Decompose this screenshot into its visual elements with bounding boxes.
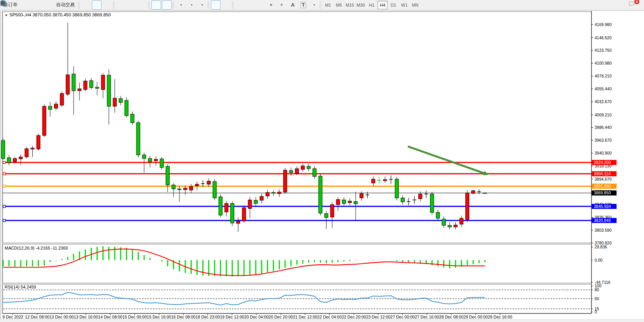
candle-body: [348, 201, 351, 202]
timeframe-button-H4[interactable]: H4: [377, 1, 388, 9]
toolbar-separator: [209, 1, 209, 9]
timeframe-button-D1[interactable]: D1: [388, 1, 398, 9]
candle-body: [330, 205, 334, 217]
zoom-out-icon[interactable]: [127, 0, 137, 10]
candle-body: [442, 219, 446, 225]
candle-body: [319, 176, 322, 213]
signal-icon[interactable]: [42, 0, 51, 10]
price-line-label-text: 3820.845: [594, 218, 611, 223]
candle-body: [242, 208, 246, 221]
candle-body: [195, 184, 199, 186]
candle-body: [84, 81, 87, 90]
line-handle[interactable]: [3, 172, 5, 175]
channel-tool-icon[interactable]: E: [267, 0, 277, 10]
price-tick-label: 4078.210: [595, 74, 612, 78]
fibonacci-tool-icon[interactable]: F: [277, 0, 287, 10]
candle-body: [66, 75, 70, 94]
candle-body: [42, 106, 46, 135]
trendline-tool-icon[interactable]: [256, 0, 266, 10]
toolbar-separator: [79, 1, 79, 9]
candle-body: [336, 199, 340, 204]
price-tick-label: 4169.980: [595, 22, 612, 27]
time-tick-label: 27 Dec 00:00: [390, 315, 415, 319]
candle-body: [25, 149, 28, 157]
cursor-tool-icon[interactable]: [211, 0, 221, 10]
bar-chart-icon[interactable]: [81, 0, 91, 10]
candle-body: [237, 221, 240, 223]
line-chart-icon[interactable]: [102, 0, 112, 10]
timeframe-button-W1[interactable]: W1: [399, 1, 409, 9]
price-tick-label: 4146.520: [595, 35, 612, 40]
auto-scroll-icon[interactable]: [151, 0, 161, 10]
dropdown-icon: ▾: [201, 3, 203, 7]
candle-body: [225, 203, 228, 212]
periods-clock-icon[interactable]: ▾: [186, 0, 196, 10]
tile-windows-icon[interactable]: [137, 0, 147, 10]
line-handle[interactable]: [3, 219, 5, 222]
toolbar-separator: [233, 1, 233, 9]
candle-body: [248, 200, 252, 208]
candle-body: [448, 225, 451, 227]
timeframe-button-M1[interactable]: M1: [323, 1, 333, 9]
text-tool-icon[interactable]: A: [288, 0, 298, 10]
indicators-icon[interactable]: ▾: [176, 0, 186, 10]
vertical-line-tool-icon[interactable]: [235, 0, 245, 10]
candle-body: [360, 194, 363, 198]
chart-canvas[interactable]: 4169.9804146.5204123.7504100.9804078.210…: [0, 10, 644, 322]
candle-body: [230, 203, 234, 223]
text-label-tool-icon[interactable]: T: [298, 0, 308, 10]
time-tick-label: 29 Dec 00:00: [463, 315, 488, 319]
candle-body: [13, 158, 17, 162]
window-bottom-strip: [0, 319, 644, 322]
arrows-tool-icon[interactable]: ▾: [309, 0, 319, 10]
candle-body: [95, 87, 99, 88]
terminal-icon[interactable]: [31, 0, 41, 10]
candle-body: [313, 169, 316, 176]
candle-body: [272, 192, 275, 193]
time-tick-label: 13 Dec 00:00: [49, 315, 74, 319]
auto-trading-label: 自动交易: [56, 2, 75, 8]
auto-trading-button[interactable]: 自动交易: [52, 1, 77, 9]
rsi-scale-label: 80: [595, 287, 599, 292]
zoom-in-icon[interactable]: [116, 0, 126, 10]
candle-body: [89, 81, 93, 88]
candle-body: [207, 181, 211, 184]
horizontal-line-tool-icon[interactable]: [246, 0, 256, 10]
tag-icon[interactable]: [21, 0, 30, 10]
toolbar-separator: [174, 1, 174, 9]
price-line-label-text: 3845.934: [594, 204, 611, 209]
toolbar-separator: [149, 1, 149, 9]
macd-scale-label: 0.00: [595, 258, 603, 262]
line-handle[interactable]: [3, 205, 5, 208]
timeframe-button-M5[interactable]: M5: [334, 1, 344, 9]
timeframe-button-H1[interactable]: H1: [367, 1, 377, 9]
candle-body: [289, 171, 293, 172]
timeframe-button-MN[interactable]: MN: [410, 1, 420, 9]
candle-body: [166, 166, 169, 185]
candlestick-chart-icon[interactable]: [92, 0, 102, 10]
candle-body: [131, 114, 134, 123]
templates-icon[interactable]: ▾: [197, 0, 207, 10]
time-tick-label: 14 Dec 08:00: [98, 315, 123, 319]
price-tick-label: 3894.670: [595, 177, 612, 181]
line-handle[interactable]: [3, 185, 5, 187]
time-tick-label: 20 Dec 20:00: [268, 315, 293, 319]
candle-body: [301, 166, 305, 169]
candle-body: [430, 194, 434, 212]
timeframe-button-M30[interactable]: M30: [356, 1, 366, 9]
chart-dropdown-icon: ▼: [5, 14, 8, 17]
timeframe-button-M15[interactable]: M15: [345, 1, 355, 9]
price-tick-label: 4123.750: [595, 48, 612, 53]
candle-body: [295, 169, 299, 173]
candle-body: [395, 179, 398, 198]
search-icon[interactable]: [618, 0, 627, 10]
crosshair-tool-icon[interactable]: [221, 0, 231, 10]
chart-ohlc-title: SP500-,H4 3870.050 3870.450 3869.850 386…: [9, 12, 111, 17]
chart-shift-icon[interactable]: [162, 0, 172, 10]
candle-body: [383, 179, 387, 181]
notifications-icon[interactable]: 1: [628, 0, 638, 10]
time-tick-label: 12 Dec 08:00: [25, 315, 49, 319]
line-handle[interactable]: [3, 161, 5, 164]
candle-body: [483, 193, 487, 194]
candle-body: [160, 159, 163, 167]
